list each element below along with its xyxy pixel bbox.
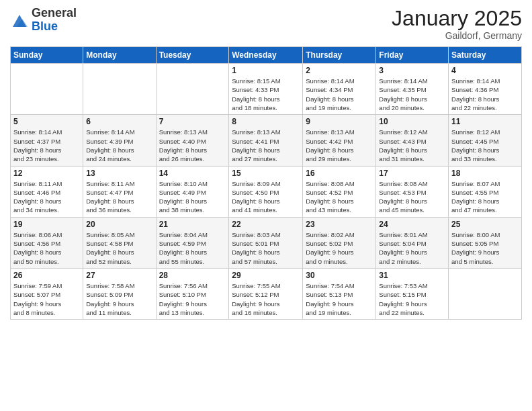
calendar-cell: 12Sunrise: 8:11 AM Sunset: 4:46 PM Dayli…	[11, 166, 83, 217]
calendar-cell: 1Sunrise: 8:15 AM Sunset: 4:33 PM Daylig…	[229, 64, 303, 115]
column-header-sunday: Sunday	[11, 47, 83, 64]
day-info: Sunrise: 8:02 AM Sunset: 5:02 PM Dayligh…	[306, 230, 373, 266]
calendar-cell	[83, 64, 156, 115]
day-info: Sunrise: 8:14 AM Sunset: 4:37 PM Dayligh…	[13, 128, 80, 163]
day-number: 21	[159, 220, 226, 229]
day-number: 28	[159, 271, 226, 280]
calendar-week-row: 26Sunrise: 7:59 AM Sunset: 5:07 PM Dayli…	[11, 268, 522, 319]
day-number: 31	[379, 271, 445, 280]
day-number: 10	[379, 117, 445, 126]
calendar-cell: 16Sunrise: 8:08 AM Sunset: 4:52 PM Dayli…	[303, 166, 376, 217]
column-header-saturday: Saturday	[449, 47, 522, 64]
calendar-cell: 18Sunrise: 8:07 AM Sunset: 4:55 PM Dayli…	[449, 166, 522, 217]
column-header-tuesday: Tuesday	[156, 47, 229, 64]
calendar-cell: 2Sunrise: 8:14 AM Sunset: 4:34 PM Daylig…	[303, 64, 376, 115]
day-number: 25	[451, 220, 519, 229]
calendar-cell: 31Sunrise: 7:53 AM Sunset: 5:15 PM Dayli…	[376, 268, 449, 319]
day-info: Sunrise: 8:13 AM Sunset: 4:40 PM Dayligh…	[159, 128, 226, 163]
calendar-week-row: 5Sunrise: 8:14 AM Sunset: 4:37 PM Daylig…	[11, 115, 522, 166]
day-info: Sunrise: 8:13 AM Sunset: 4:42 PM Dayligh…	[306, 128, 373, 163]
day-number: 30	[306, 271, 373, 280]
column-header-thursday: Thursday	[303, 47, 376, 64]
calendar-cell: 22Sunrise: 8:03 AM Sunset: 5:01 PM Dayli…	[229, 217, 303, 268]
day-number: 4	[451, 66, 519, 75]
calendar-cell: 17Sunrise: 8:08 AM Sunset: 4:53 PM Dayli…	[376, 166, 449, 217]
day-info: Sunrise: 8:11 AM Sunset: 4:47 PM Dayligh…	[86, 179, 152, 215]
day-info: Sunrise: 8:14 AM Sunset: 4:36 PM Dayligh…	[451, 77, 519, 112]
day-info: Sunrise: 8:09 AM Sunset: 4:50 PM Dayligh…	[232, 179, 300, 215]
day-number: 3	[379, 66, 445, 75]
calendar-cell: 27Sunrise: 7:58 AM Sunset: 5:09 PM Dayli…	[83, 268, 156, 319]
day-info: Sunrise: 8:07 AM Sunset: 4:55 PM Dayligh…	[451, 179, 519, 215]
calendar-cell: 28Sunrise: 7:56 AM Sunset: 5:10 PM Dayli…	[156, 268, 229, 319]
calendar-table: SundayMondayTuesdayWednesdayThursdayFrid…	[10, 46, 522, 320]
day-number: 19	[13, 220, 80, 229]
day-number: 1	[232, 66, 300, 75]
day-info: Sunrise: 7:53 AM Sunset: 5:15 PM Dayligh…	[379, 281, 445, 317]
day-info: Sunrise: 8:14 AM Sunset: 4:34 PM Dayligh…	[306, 77, 373, 112]
logo-icon	[10, 11, 29, 30]
day-number: 20	[86, 220, 152, 229]
day-number: 11	[451, 117, 519, 126]
calendar-cell: 24Sunrise: 8:01 AM Sunset: 5:04 PM Dayli…	[376, 217, 449, 268]
calendar-cell: 14Sunrise: 8:10 AM Sunset: 4:49 PM Dayli…	[156, 166, 229, 217]
title-block: January 2025 Gaildorf, Germany	[392, 7, 522, 41]
header: General Blue January 2025 Gaildorf, Germ…	[10, 7, 522, 41]
calendar-cell: 29Sunrise: 7:55 AM Sunset: 5:12 PM Dayli…	[229, 268, 303, 319]
page: General Blue January 2025 Gaildorf, Germ…	[0, 0, 532, 330]
day-info: Sunrise: 8:12 AM Sunset: 4:43 PM Dayligh…	[379, 128, 445, 163]
calendar-cell: 21Sunrise: 8:04 AM Sunset: 4:59 PM Dayli…	[156, 217, 229, 268]
day-info: Sunrise: 8:15 AM Sunset: 4:33 PM Dayligh…	[232, 77, 300, 112]
calendar-cell: 9Sunrise: 8:13 AM Sunset: 4:42 PM Daylig…	[303, 115, 376, 166]
calendar-cell: 4Sunrise: 8:14 AM Sunset: 4:36 PM Daylig…	[449, 64, 522, 115]
day-number: 17	[379, 169, 445, 178]
calendar-cell: 23Sunrise: 8:02 AM Sunset: 5:02 PM Dayli…	[303, 217, 376, 268]
day-number: 14	[159, 169, 226, 178]
day-number: 8	[232, 117, 300, 126]
day-number: 16	[306, 169, 373, 178]
day-number: 23	[306, 220, 373, 229]
day-number: 13	[86, 169, 152, 178]
calendar-cell: 30Sunrise: 7:54 AM Sunset: 5:13 PM Dayli…	[303, 268, 376, 319]
day-info: Sunrise: 8:13 AM Sunset: 4:41 PM Dayligh…	[232, 128, 300, 163]
day-info: Sunrise: 8:01 AM Sunset: 5:04 PM Dayligh…	[379, 230, 445, 266]
calendar-cell: 6Sunrise: 8:14 AM Sunset: 4:39 PM Daylig…	[83, 115, 156, 166]
calendar-cell: 25Sunrise: 8:00 AM Sunset: 5:05 PM Dayli…	[449, 217, 522, 268]
column-header-friday: Friday	[376, 47, 449, 64]
day-info: Sunrise: 8:10 AM Sunset: 4:49 PM Dayligh…	[159, 179, 226, 215]
day-info: Sunrise: 7:56 AM Sunset: 5:10 PM Dayligh…	[159, 281, 226, 317]
day-info: Sunrise: 8:14 AM Sunset: 4:35 PM Dayligh…	[379, 77, 445, 112]
calendar-cell: 19Sunrise: 8:06 AM Sunset: 4:56 PM Dayli…	[11, 217, 83, 268]
logo-blue-text: Blue	[32, 20, 77, 34]
calendar-cell: 13Sunrise: 8:11 AM Sunset: 4:47 PM Dayli…	[83, 166, 156, 217]
day-info: Sunrise: 8:06 AM Sunset: 4:56 PM Dayligh…	[13, 230, 80, 266]
day-number: 18	[451, 169, 519, 178]
day-number: 5	[13, 117, 80, 126]
day-info: Sunrise: 8:04 AM Sunset: 4:59 PM Dayligh…	[159, 230, 226, 266]
column-header-wednesday: Wednesday	[229, 47, 303, 64]
day-number: 22	[232, 220, 300, 229]
month-title: January 2025	[392, 7, 522, 30]
location-subtitle: Gaildorf, Germany	[392, 30, 522, 41]
day-info: Sunrise: 8:14 AM Sunset: 4:39 PM Dayligh…	[86, 128, 152, 163]
calendar-cell: 8Sunrise: 8:13 AM Sunset: 4:41 PM Daylig…	[229, 115, 303, 166]
calendar-cell: 10Sunrise: 8:12 AM Sunset: 4:43 PM Dayli…	[376, 115, 449, 166]
day-number: 26	[13, 271, 80, 280]
day-info: Sunrise: 8:08 AM Sunset: 4:53 PM Dayligh…	[379, 179, 445, 215]
calendar-cell	[449, 268, 522, 319]
column-header-monday: Monday	[83, 47, 156, 64]
calendar-cell: 26Sunrise: 7:59 AM Sunset: 5:07 PM Dayli…	[11, 268, 83, 319]
logo-text: General Blue	[32, 7, 77, 34]
calendar-cell: 15Sunrise: 8:09 AM Sunset: 4:50 PM Dayli…	[229, 166, 303, 217]
calendar-week-row: 19Sunrise: 8:06 AM Sunset: 4:56 PM Dayli…	[11, 217, 522, 268]
calendar-cell: 7Sunrise: 8:13 AM Sunset: 4:40 PM Daylig…	[156, 115, 229, 166]
calendar-week-row: 12Sunrise: 8:11 AM Sunset: 4:46 PM Dayli…	[11, 166, 522, 217]
day-number: 15	[232, 169, 300, 178]
calendar-cell: 20Sunrise: 8:05 AM Sunset: 4:58 PM Dayli…	[83, 217, 156, 268]
calendar-cell: 5Sunrise: 8:14 AM Sunset: 4:37 PM Daylig…	[11, 115, 83, 166]
day-info: Sunrise: 7:55 AM Sunset: 5:12 PM Dayligh…	[232, 281, 300, 317]
day-info: Sunrise: 8:00 AM Sunset: 5:05 PM Dayligh…	[451, 230, 519, 266]
day-info: Sunrise: 8:12 AM Sunset: 4:45 PM Dayligh…	[451, 128, 519, 163]
calendar-cell	[11, 64, 83, 115]
day-number: 7	[159, 117, 226, 126]
